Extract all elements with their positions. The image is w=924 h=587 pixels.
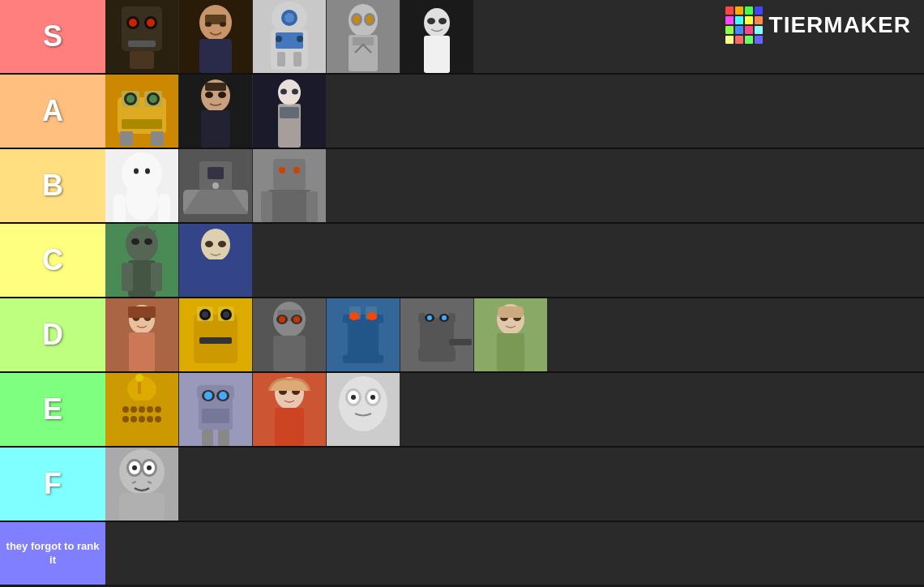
svg-point-95 (218, 241, 226, 247)
svg-point-65 (145, 169, 150, 174)
svg-rect-59 (280, 107, 299, 118)
svg-point-35 (427, 18, 435, 24)
svg-rect-73 (207, 167, 224, 179)
tier-label-c: C (0, 224, 105, 297)
svg-rect-120 (343, 315, 383, 363)
svg-point-52 (218, 92, 226, 98)
svg-point-82 (279, 167, 285, 174)
svg-rect-6 (128, 41, 156, 47)
logo-cell (755, 16, 763, 24)
tiermaker-logo-text: TiERMAKER (769, 12, 911, 38)
list-item[interactable] (179, 224, 252, 297)
svg-point-29 (353, 15, 360, 24)
tier-row-e: E (0, 373, 924, 448)
list-item[interactable] (105, 75, 178, 148)
svg-point-44 (149, 95, 157, 103)
tier-items-c (105, 224, 924, 297)
list-item[interactable] (105, 224, 178, 297)
svg-point-149 (147, 406, 153, 413)
logo-cell (735, 36, 743, 44)
list-item[interactable] (327, 298, 400, 371)
list-item[interactable] (179, 75, 252, 148)
tier-row-c: C (0, 224, 924, 298)
logo-cell (755, 6, 763, 15)
svg-point-89 (131, 238, 139, 245)
svg-rect-98 (129, 332, 155, 371)
svg-rect-87 (122, 263, 133, 291)
list-item[interactable] (105, 373, 178, 446)
svg-rect-10 (199, 39, 232, 73)
tier-label-f: F (0, 448, 105, 521)
svg-rect-67 (113, 194, 126, 222)
svg-rect-53 (205, 83, 226, 91)
list-item[interactable] (474, 298, 547, 371)
logo-cell (755, 26, 763, 34)
list-item[interactable] (327, 373, 400, 446)
list-item[interactable] (179, 373, 252, 446)
svg-point-126 (367, 312, 377, 320)
list-item[interactable] (179, 149, 252, 222)
header: TiERMAKER (712, 0, 924, 50)
svg-point-125 (349, 312, 359, 320)
svg-rect-167 (202, 430, 213, 446)
tier-label-e: E (0, 373, 105, 446)
svg-point-18 (284, 13, 294, 23)
unranked-label: they forgot to rank it (0, 522, 105, 585)
tier-label-a: A (0, 75, 105, 148)
tier-label-d: D (0, 298, 105, 371)
svg-point-175 (339, 376, 387, 431)
list-item[interactable] (179, 298, 252, 371)
svg-point-66 (126, 178, 158, 221)
svg-point-94 (205, 241, 213, 247)
logo-cell (725, 26, 734, 34)
svg-rect-160 (187, 397, 199, 430)
svg-rect-142 (498, 306, 524, 318)
svg-rect-46 (120, 131, 133, 146)
svg-point-190 (147, 465, 152, 470)
svg-point-57 (280, 89, 287, 95)
svg-rect-78 (261, 191, 272, 222)
svg-rect-88 (151, 263, 162, 291)
list-item[interactable] (179, 0, 252, 73)
unranked-row: they forgot to rank it (0, 522, 924, 585)
svg-point-148 (139, 406, 145, 413)
tier-label-b: B (0, 149, 105, 222)
list-item[interactable] (253, 75, 326, 148)
svg-rect-139 (497, 333, 524, 371)
list-item[interactable] (400, 298, 473, 371)
list-item[interactable] (105, 0, 178, 73)
svg-rect-68 (158, 194, 170, 222)
svg-point-74 (212, 182, 219, 189)
list-item[interactable] (253, 149, 326, 222)
list-item[interactable] (105, 448, 178, 521)
svg-point-181 (370, 395, 375, 400)
svg-point-165 (219, 392, 227, 400)
svg-rect-79 (306, 191, 318, 222)
list-item[interactable] (105, 298, 178, 371)
list-item[interactable] (253, 298, 326, 371)
svg-point-109 (223, 311, 229, 318)
tier-label-s: S (0, 0, 105, 73)
svg-rect-101 (128, 306, 156, 318)
list-item[interactable] (400, 0, 473, 73)
svg-rect-121 (335, 323, 348, 355)
list-item[interactable] (253, 373, 326, 446)
svg-rect-47 (151, 131, 164, 146)
svg-point-152 (130, 416, 137, 422)
list-item[interactable] (253, 0, 326, 73)
svg-point-134 (427, 315, 432, 320)
tier-items-e (105, 373, 924, 446)
logo-cell (745, 16, 753, 24)
list-item[interactable] (105, 149, 178, 222)
svg-point-12 (205, 22, 212, 27)
svg-rect-128 (418, 313, 456, 362)
svg-point-146 (122, 406, 129, 413)
unranked-items (105, 522, 924, 585)
svg-point-36 (438, 18, 447, 24)
svg-rect-76 (273, 159, 306, 190)
svg-point-151 (122, 416, 129, 422)
list-item[interactable] (327, 0, 400, 73)
logo-cell (735, 16, 743, 24)
svg-rect-136 (449, 339, 472, 345)
svg-rect-122 (379, 323, 391, 355)
